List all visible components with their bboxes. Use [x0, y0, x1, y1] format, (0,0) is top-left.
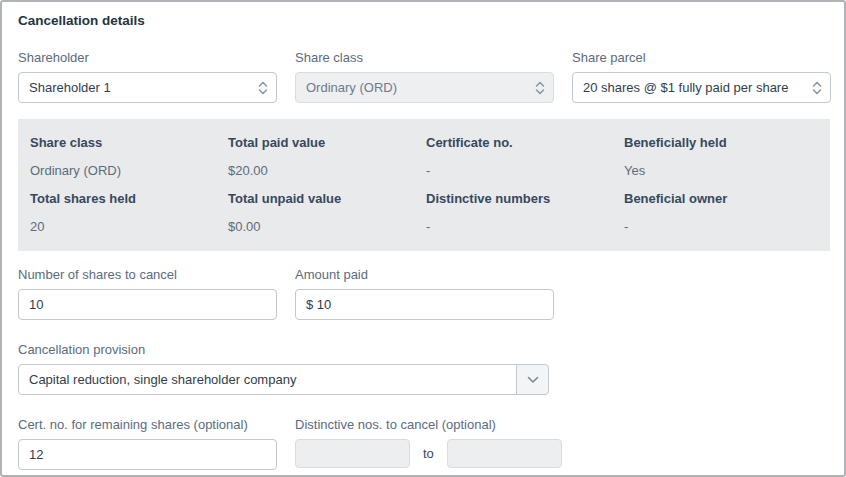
- summary-cell: Certificate no. -: [426, 129, 624, 185]
- summary-cell: Distinctive numbers -: [426, 185, 624, 241]
- summary-value: $20.00: [228, 157, 418, 185]
- chevron-updown-icon: [812, 80, 822, 96]
- distinctive-nos-range: to: [295, 439, 595, 468]
- summary-value: $0.00: [228, 213, 418, 241]
- shares-to-cancel-input[interactable]: [18, 289, 277, 320]
- shares-to-cancel-group: Number of shares to cancel: [18, 267, 277, 320]
- summary-cell: Beneficially held Yes: [624, 129, 822, 185]
- summary-cell: Beneficial owner -: [624, 185, 822, 241]
- summary-label: Beneficial owner: [624, 185, 814, 213]
- summary-label: Total unpaid value: [228, 185, 418, 213]
- amount-paid-group: Amount paid: [295, 267, 554, 320]
- share-parcel-select[interactable]: 20 shares @ $1 fully paid per share: [572, 72, 831, 103]
- share-parcel-select-value: 20 shares @ $1 fully paid per share: [583, 80, 792, 95]
- shares-to-cancel-label: Number of shares to cancel: [18, 267, 277, 283]
- cancellation-provision-combobox: [18, 364, 549, 395]
- summary-value: 20: [30, 213, 220, 241]
- share-class-select-value: Ordinary (ORD): [306, 80, 401, 95]
- amount-paid-label: Amount paid: [295, 267, 554, 283]
- cancellation-provision-input[interactable]: [18, 364, 517, 395]
- cancellation-provision-group: Cancellation provision: [18, 342, 832, 395]
- summary-label: Beneficially held: [624, 129, 814, 157]
- cert-no-remaining-group: Cert. no. for remaining shares (optional…: [18, 417, 277, 470]
- chevron-down-icon: [527, 372, 539, 387]
- share-parcel-label: Share parcel: [572, 50, 831, 66]
- summary-cell: Total shares held 20: [30, 185, 228, 241]
- amount-paid-input[interactable]: [295, 289, 554, 320]
- cancellation-provision-dropdown-button[interactable]: [516, 364, 549, 395]
- summary-value: -: [426, 213, 616, 241]
- share-class-select: Ordinary (ORD): [295, 72, 554, 103]
- summary-value: Yes: [624, 157, 814, 185]
- cert-no-remaining-input[interactable]: [18, 439, 277, 470]
- summary-label: Total paid value: [228, 129, 418, 157]
- cancel-amount-row: Number of shares to cancel Amount paid: [18, 267, 832, 320]
- cert-distinctive-row: Cert. no. for remaining shares (optional…: [18, 417, 832, 470]
- summary-value: -: [426, 157, 616, 185]
- shareholder-select[interactable]: Shareholder 1: [18, 72, 277, 103]
- summary-cell: Share class Ordinary (ORD): [30, 129, 228, 185]
- shareholder-select-value: Shareholder 1: [29, 80, 115, 95]
- distinctive-to-input: [447, 439, 562, 468]
- summary-label: Total shares held: [30, 185, 220, 213]
- top-selects-row: Shareholder Shareholder 1 Share class Or…: [18, 50, 832, 103]
- summary-cell: Total unpaid value $0.00: [228, 185, 426, 241]
- range-to-separator: to: [423, 446, 434, 461]
- share-parcel-summary-panel: Share class Ordinary (ORD) Total paid va…: [18, 119, 830, 251]
- summary-cell: Total paid value $20.00: [228, 129, 426, 185]
- distinctive-from-input: [295, 439, 410, 468]
- summary-value: -: [624, 213, 814, 241]
- shareholder-label: Shareholder: [18, 50, 277, 66]
- cert-no-remaining-label: Cert. no. for remaining shares (optional…: [18, 417, 277, 433]
- share-parcel-field-group: Share parcel 20 shares @ $1 fully paid p…: [572, 50, 831, 103]
- cancellation-provision-label: Cancellation provision: [18, 342, 832, 358]
- share-class-field-group: Share class Ordinary (ORD): [295, 50, 554, 103]
- cancellation-details-panel: Cancellation details Shareholder Shareho…: [0, 0, 846, 477]
- share-class-label: Share class: [295, 50, 554, 66]
- summary-label: Distinctive numbers: [426, 185, 616, 213]
- page-title: Cancellation details: [18, 12, 832, 30]
- chevron-updown-icon: [258, 80, 268, 96]
- shareholder-field-group: Shareholder Shareholder 1: [18, 50, 277, 103]
- distinctive-nos-group: Distinctive nos. to cancel (optional) to: [295, 417, 595, 470]
- summary-label: Certificate no.: [426, 129, 616, 157]
- distinctive-nos-label: Distinctive nos. to cancel (optional): [295, 417, 595, 433]
- chevron-updown-icon: [535, 80, 545, 96]
- summary-value: Ordinary (ORD): [30, 157, 220, 185]
- summary-label: Share class: [30, 129, 220, 157]
